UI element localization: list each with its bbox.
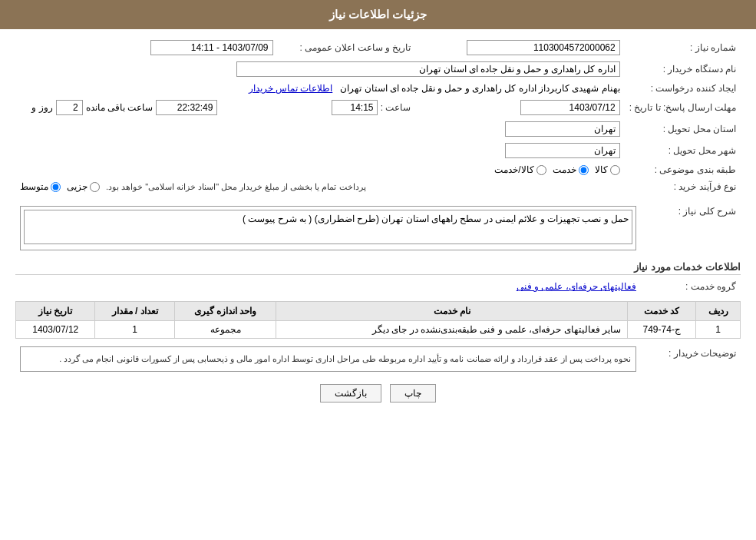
main-content: شماره نیاز : تاریخ و ساعت اعلان عمومی : … — [0, 29, 756, 416]
mohlat-saat-label: ساعت : — [381, 102, 411, 113]
cell-tarikh: 1403/07/12 — [16, 321, 95, 339]
button-row: چاپ بازگشت — [15, 384, 741, 403]
noe-motevaset: متوسط — [20, 181, 61, 192]
sharh-textarea[interactable]: حمل و نصب تجهیزات و علائم ایمنی در سطح ر… — [24, 210, 632, 244]
shahr-value-cell — [416, 140, 625, 161]
shomara-input[interactable] — [467, 40, 620, 55]
tabaqe-kala-khedmat: کالا/خدمت — [494, 164, 546, 175]
noe-farayand-cell: پرداخت تمام یا بخشی از مبلغ خریدار محل "… — [15, 178, 625, 195]
services-header-row: ردیف کد خدمت نام خدمت واحد اندازه گیری ت… — [16, 302, 741, 321]
col-kod: کد خدمت — [628, 302, 696, 321]
nam-dastgah-value-cell — [15, 58, 625, 80]
sharh-table: شرح کلی نیاز : حمل و نصب تجهیزات و علائم… — [15, 201, 741, 255]
tabaqe-radio-group: کالا/خدمت خدمت کالا — [20, 164, 620, 175]
ostan-value-cell — [416, 118, 625, 140]
page-wrapper: جزئیات اطلاعات نیاز شماره نیاز : تاریخ و… — [0, 0, 756, 540]
row-shomara: شماره نیاز : تاریخ و ساعت اعلان عمومی : — [15, 37, 741, 58]
sharh-box-wrapper: حمل و نصب تجهیزات و علائم ایمنی در سطح ر… — [20, 206, 636, 250]
col-name: نام خدمت — [276, 302, 628, 321]
cell-tedad: 1 — [95, 321, 174, 339]
noe-farayand-radio-group: متوسط جزیی — [20, 181, 100, 192]
mohlat-roz-label: روز و — [31, 102, 52, 113]
ostan-label: استان محل تحویل : — [625, 118, 741, 140]
ijad-link[interactable]: اطلاعات تماس خریدار — [249, 83, 333, 94]
sharh-value-cell: حمل و نصب تجهیزات و علائم ایمنی در سطح ر… — [15, 201, 641, 255]
cell-name: سایر فعالیتهای حرفه‌ای، علمی و فنی طبقه‌… — [276, 321, 628, 339]
khadamat-title: اطلاعات خدمات مورد نیاز — [15, 261, 741, 275]
mohlat-date-cell — [416, 97, 625, 118]
ijad-label: ایجاد کننده درخواست : — [625, 80, 741, 97]
row-nam-dastgah: نام دستگاه خریدار : — [15, 58, 741, 80]
col-radif: ردیف — [696, 302, 741, 321]
tabaqe-kala-radio[interactable] — [610, 165, 620, 175]
row-sharh: شرح کلی نیاز : حمل و نصب تجهیزات و علائم… — [15, 201, 741, 255]
page-header: جزئیات اطلاعات نیاز — [0, 0, 756, 29]
row-ijad: ایجاد کننده درخواست : بهنام شهیدی کاربرد… — [15, 80, 741, 97]
tabaqe-label: طبقه بندی موضوعی : — [625, 161, 741, 178]
tozihat-value-cell: نحوه پرداخت پس از عقد قرارداد و ارائه ضم… — [15, 343, 641, 375]
tabaqe-kala: کالا — [595, 164, 620, 175]
tozihat-label: توضیحات خریدار : — [641, 343, 741, 375]
shahr-input[interactable] — [505, 143, 620, 158]
cell-vahed: مجموعه — [174, 321, 276, 339]
tabaqe-khedmat: خدمت — [553, 164, 589, 175]
tarikh-input[interactable] — [150, 40, 273, 55]
mohlat-date-input[interactable] — [520, 100, 620, 115]
tabaqe-options-cell: کالا/خدمت خدمت کالا — [15, 161, 625, 178]
mohlat-label: مهلت ارسال پاسخ: تا تاریخ : — [625, 97, 741, 118]
col-tarikh: تاریخ نیاز — [16, 302, 95, 321]
nam-dastgah-label: نام دستگاه خریدار : — [625, 58, 741, 80]
gorohe-link[interactable]: فعالیتهای حرفه‌ای، علمی و فنی — [517, 281, 636, 292]
gorohe-label: گروه خدمت : — [641, 278, 741, 295]
services-table-head: ردیف کد خدمت نام خدمت واحد اندازه گیری ت… — [16, 302, 741, 321]
cell-radif: 1 — [696, 321, 741, 339]
tabaqe-khedmat-label: خدمت — [553, 164, 576, 175]
ostan-input[interactable] — [505, 121, 620, 137]
chap-button[interactable]: چاپ — [390, 384, 436, 403]
services-table: ردیف کد خدمت نام خدمت واحد اندازه گیری ت… — [15, 301, 741, 339]
row-ostan: استان محل تحویل : — [15, 118, 741, 140]
cell-kod: ج-74-749 — [628, 321, 696, 339]
shahr-label: شهر محل تحویل : — [625, 140, 741, 161]
services-table-body: 1 ج-74-749 سایر فعالیتهای حرفه‌ای، علمی … — [16, 321, 741, 339]
khrid-note: پرداخت تمام یا بخشی از مبلغ خریدار محل "… — [106, 182, 366, 192]
noe-jozii: جزیی — [67, 181, 100, 192]
mohlat-mande-input[interactable] — [156, 100, 217, 115]
noe-motevaset-radio[interactable] — [51, 182, 61, 192]
tozihat-table: توضیحات خریدار : نحوه پرداخت پس از عقد ق… — [15, 343, 741, 375]
gorohe-table: گروه خدمت : فعالیتهای حرفه‌ای، علمی و فن… — [15, 278, 741, 295]
table-row: 1 ج-74-749 سایر فعالیتهای حرفه‌ای، علمی … — [16, 321, 741, 339]
tozihat-box: نحوه پرداخت پس از عقد قرارداد و ارائه ضم… — [20, 346, 636, 372]
shomara-label: شماره نیاز : — [625, 37, 741, 58]
row-noe-farayand: نوع فرآیند خرید : پرداخت تمام یا بخشی از… — [15, 178, 741, 195]
noe-jozii-radio[interactable] — [90, 182, 100, 192]
row-shahr: شهر محل تحویل : — [15, 140, 741, 161]
tabaqe-kala-khedmat-label: کالا/خدمت — [494, 164, 533, 175]
nam-dastgah-input[interactable] — [236, 61, 620, 77]
mohlat-saat-cell: ساعت : — [278, 97, 416, 118]
gorohe-value-cell: فعالیتهای حرفه‌ای، علمی و فنی — [15, 278, 641, 295]
col-tedad: تعداد / مقدار — [95, 302, 174, 321]
row-gorohe: گروه خدمت : فعالیتهای حرفه‌ای، علمی و فن… — [15, 278, 741, 295]
mohlat-roz-input[interactable] — [56, 100, 83, 115]
mohlat-roz-cell: ساعت باقی مانده روز و — [27, 97, 277, 118]
row-mohlat: مهلت ارسال پاسخ: تا تاریخ : ساعت : ساعت … — [15, 97, 741, 118]
tabaqe-kala-label: کالا — [595, 164, 608, 175]
main-form-table: شماره نیاز : تاریخ و ساعت اعلان عمومی : … — [15, 37, 741, 195]
row-tabaqe: طبقه بندی موضوعی : کالا/خدمت خدمت — [15, 161, 741, 178]
noe-motevaset-label: متوسط — [20, 181, 48, 192]
bazgasht-button[interactable]: بازگشت — [320, 384, 381, 403]
shomara-value-cell — [416, 37, 625, 58]
tarikh-label: تاریخ و ساعت اعلان عمومی : — [278, 37, 416, 58]
mohlat-mande-label: ساعت باقی مانده — [86, 102, 154, 113]
noe-jozii-label: جزیی — [67, 181, 87, 192]
page-title: جزئیات اطلاعات نیاز — [329, 8, 427, 21]
mohlat-saat-input[interactable] — [332, 100, 378, 115]
tabaqe-khedmat-radio[interactable] — [579, 165, 589, 175]
col-vahed: واحد اندازه گیری — [174, 302, 276, 321]
ijad-text: بهنام شهیدی کاربرداز اداره کل راهداری و … — [340, 83, 619, 94]
tarikh-value-cell — [27, 37, 277, 58]
tabaqe-kala-khedmat-radio[interactable] — [536, 165, 546, 175]
row-tozihat: توضیحات خریدار : نحوه پرداخت پس از عقد ق… — [15, 343, 741, 375]
tozihat-text: نحوه پرداخت پس از عقد قرارداد و ارائه ضم… — [25, 352, 631, 366]
